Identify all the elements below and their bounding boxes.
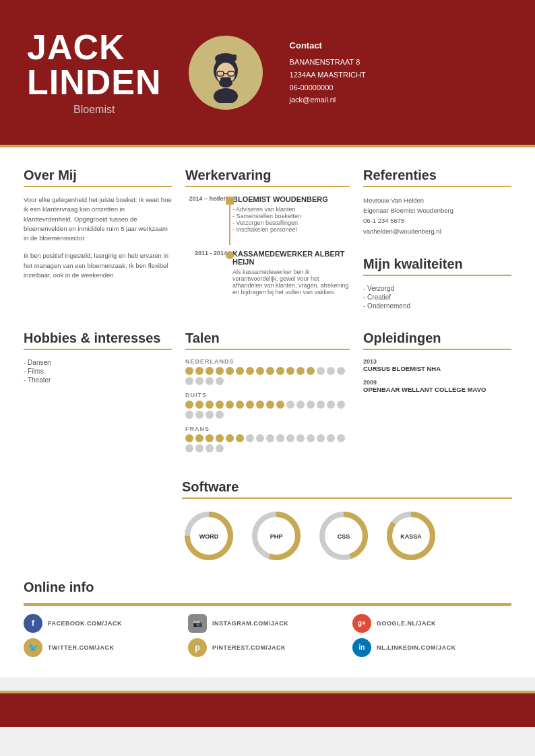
job1-period: 2014 – heden [187,195,227,202]
dot-empty [327,434,335,442]
social-item[interactable]: fFACEBOOK.COM/JACK [24,614,183,633]
over-mij-text2: Ik ben positief ingesteld, leergirig en … [24,251,172,280]
dot-empty [337,401,345,409]
pinterest-icon: p [188,638,207,657]
dot-filled [286,367,294,375]
twitter-icon: 🐦 [24,638,42,657]
google-icon: g+ [352,614,371,633]
sw-circle-svg: WORD [182,509,236,563]
dot-filled [185,401,193,409]
dot-empty [296,401,305,409]
dot-filled [236,434,244,442]
twitter-url: TWITTER.COM/JACK [48,644,115,651]
dot-empty [256,434,264,442]
dot-empty [296,434,305,442]
dot-empty [195,377,203,385]
pinterest-url: PINTEREST.COM/JACK [212,644,286,651]
online-divider [24,603,511,606]
taal-dots [185,401,350,419]
dot-filled [216,401,224,409]
dot-filled [236,401,244,409]
dot-filled [195,434,203,442]
dot-filled [307,367,315,375]
hobbies-title: Hobbies & interesses [24,331,172,350]
header: JACK LINDEN Bloemist Cont [0,0,535,145]
dot-filled [206,434,214,442]
facebook-url: FACEBOOK.COM/JACK [48,620,122,627]
dot-filled [216,367,224,375]
opl-year-2: 2009 [363,379,511,386]
instagram-url: INSTAGRAM.COM/JACK [212,620,288,627]
software-title: Software [182,479,512,499]
google-url: GOOGLE.NL/JACK [377,620,436,627]
dot-filled [195,367,203,375]
opl-name-2: OPENBAAR WELLANT COLLEGE MAVO [363,386,511,393]
main-content: Over Mij Voor elke gelegenheid het juist… [0,147,535,677]
timeline-line-1 [229,205,230,245]
svg-point-11 [214,88,238,103]
social-item[interactable]: inNL.LINKEDIN.COM/JACK [352,638,511,657]
online-title: Online info [24,580,511,595]
dot-empty [286,434,294,442]
job2-title: KASSAMEDEWERKER ALBERT HEIJN [232,250,350,266]
taal-label: DUITS [185,392,350,399]
dot-filled [195,401,203,409]
dot-empty [337,434,345,442]
social-item[interactable]: 📷INSTAGRAM.COM/JACK [188,614,347,633]
dot-filled [266,367,274,375]
contact-title: Contact [290,38,366,53]
kwal-1: Verzorgd [363,284,511,293]
dot-empty [307,434,315,442]
social-item[interactable]: 🐦TWITTER.COM/JACK [24,638,183,657]
dot-filled [236,367,244,375]
dot-filled [216,434,224,442]
kwal-2: Creatief [363,293,511,302]
ref-role: Eigenaar Bloemist Woudenberg [363,205,511,215]
svg-text:PHP: PHP [270,533,283,540]
opl-item-1: 2013 CURSUS BLOEMIST NHA [363,358,511,372]
social-item[interactable]: pPINTEREST.COM/JACK [188,638,347,657]
contact-info: Contact BANANENSTRAAT 8 1234AA MAASTRICH… [290,38,366,106]
dot-empty [206,411,214,419]
over-mij-section: Over Mij Voor elke gelegenheid het juist… [24,168,172,310]
taal-item: FRANS [185,425,350,452]
taal-dots [185,434,350,452]
dot-empty [246,434,254,442]
job2-tasks: Als kassamedewerker ben ik verantwoordel… [232,269,350,296]
software-circles: WORDPHPCSSKASSA [182,509,511,563]
over-mij-title: Over Mij [24,168,172,187]
timeline-dot-1 [226,197,234,205]
hobbies-list: Dansen Films Theater [24,358,172,384]
opl-item-2: 2009 OPENBAAR WELLANT COLLEGE MAVO [363,379,511,393]
sw-circle-wrap: KASSA [384,509,438,563]
social-item[interactable]: g+GOOGLE.NL/JACK [352,614,511,633]
dot-empty [216,444,224,452]
first-name: JACK [27,30,162,65]
svg-text:WORD: WORD [199,533,219,540]
online-section: Online info fFACEBOOK.COM/JACK📷INSTAGRAM… [24,580,511,657]
avatar [189,36,263,110]
contact-email: jack@email.nl [290,94,366,106]
taal-label: FRANS [185,425,350,432]
talen-title: Talen [185,331,350,350]
svg-rect-3 [232,55,237,60]
hobby-3: Theater [24,376,172,384]
dot-empty [195,411,203,419]
dot-filled [276,367,284,375]
facebook-icon: f [24,614,42,633]
dot-filled [256,401,264,409]
contact-address: BANANENSTRAAT 8 [290,56,366,69]
row-two: Hobbies & interesses Dansen Films Theate… [24,331,511,459]
dot-empty [206,377,214,385]
timeline-item-2: 2011 - 2014 KASSAMEDEWERKER ALBERT HEIJN… [232,250,350,296]
dot-empty [185,377,193,385]
sw-circle-svg: CSS [317,509,371,563]
ref-name: Mevrouw Van Helden [363,195,511,205]
opleidingen-title: Opleidingen [363,331,511,350]
linkedin-url: NL.LINKEDIN.COM/JACK [377,644,456,651]
job1-tasks: - Adviseren van klanten - Samenstellen b… [232,206,350,233]
job1-title: BLOEMIST WOUDENBERG [232,195,350,203]
dot-empty [195,444,203,452]
avatar-svg [195,42,256,103]
opl-year-1: 2013 [363,358,511,365]
